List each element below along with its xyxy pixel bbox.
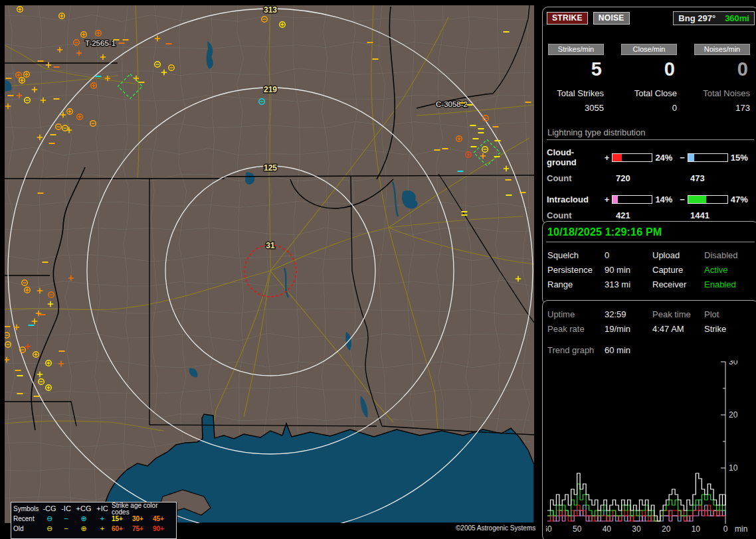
close-per-min-button[interactable]: Close/min [621,44,677,55]
plus-sign: + [603,153,611,163]
bearing-value: Bng 297° [678,13,715,23]
svg-text:60: 60 [546,524,552,534]
old-nic-icon: − [58,525,74,532]
svg-text:20: 20 [729,410,738,420]
age-15: 15+ [112,516,132,522]
range-label: Range [547,279,605,289]
range-value: 313 mi [605,279,652,289]
cloud-ground-count-row: Count 720 473 [547,173,754,183]
intracloud-label: Intracloud [547,194,603,204]
recent-pcg-icon: ⊕ [74,515,93,522]
total-noises-value: 173 [694,103,750,113]
distribution-title: Lightning type distribution [547,127,754,140]
copyright-text: ©2005 Astrogenic Systems [456,524,535,532]
counters-panel: STRIKE NOISE Bng 297°360mi Strikes/min C… [542,7,756,224]
old-ncg-icon: ⊖ [41,525,58,532]
ic-plus-count: 421 [616,210,690,220]
legend-header-symbols: Symbols [13,506,41,512]
old-pcg-icon: ⊕ [74,525,93,532]
bearing-range-display: Bng 297°360mi [673,11,755,25]
strikes-per-min-value: 5 [548,58,604,82]
age-60: 60+ [112,526,132,532]
svg-text:31: 31 [266,241,275,250]
range-value: 360mi [725,13,749,23]
persistence-value: 90 min [605,265,652,275]
svg-text:20: 20 [662,524,671,534]
age-30: 30+ [132,516,153,522]
svg-text:30: 30 [632,524,641,534]
svg-text:30: 30 [729,360,738,366]
svg-text:T-2565-1: T-2565-1 [85,39,116,47]
age-45: 45+ [153,516,173,522]
svg-text:10: 10 [692,524,701,534]
svg-text:C-3058-2: C-3058-2 [436,100,468,108]
legend-row-old-label: Old [13,526,41,532]
svg-text:0: 0 [723,524,728,534]
peak-rate-value: 19/min [605,324,652,334]
app-window: 313 219 125 31 T-2565-1 C-3058-2 Symbols… [0,0,756,539]
cg-plus-count: 720 [616,173,690,183]
peak-time-value: 4:47 AM [652,324,704,334]
cg-minus-pct: 15% [729,153,754,163]
total-noises-label: Total Noises [694,88,750,98]
map-canvas[interactable]: 313 219 125 31 T-2565-1 C-3058-2 [5,5,534,523]
strikes-per-min-button[interactable]: Strikes/min [548,44,604,55]
uptime-value: 32:59 [605,309,652,319]
map-legend: Symbols -CG -IC +CG +IC Strike age color… [11,502,177,539]
receiver-label: Receiver [652,279,704,289]
uptime-label: Uptime [547,309,605,319]
svg-text:313: 313 [264,5,277,15]
intracloud-count-row: Count 421 1441 [547,210,754,220]
legend-row-recent-label: Recent [13,516,41,522]
svg-text:125: 125 [264,163,277,173]
age-75: 75+ [132,526,153,532]
ic-minus-pct: 47% [729,194,754,204]
legend-header-pcg: +CG [74,505,93,512]
trend-chart: 1020306050403020100min [546,360,748,534]
datetime-display: 10/18/2025 1:29:16 PM [546,225,755,242]
count-label: Count [547,210,616,220]
squelch-value: 0 [605,250,652,260]
count-label: Count [547,173,616,183]
svg-text:min: min [735,524,747,534]
total-strikes-label: Total Strikes [548,88,604,98]
total-close-value: 0 [621,103,677,113]
close-per-min-value: 0 [621,58,677,82]
ic-minus-count: 1441 [690,210,709,220]
minus-sign: − [679,194,686,204]
upload-label: Upload [652,250,704,260]
peak-time-label: Peak time [652,309,704,319]
svg-text:219: 219 [264,85,277,94]
capture-status: Active [704,265,755,275]
squelch-label: Squelch [547,250,605,260]
recent-nic-icon: − [58,515,74,522]
recent-ncg-icon: ⊖ [41,515,58,522]
upload-status: Disabled [704,250,755,260]
trend-graph-period: 60 min [605,345,755,355]
strike-mode-button[interactable]: STRIKE [547,12,588,25]
cloud-ground-row: Cloud-ground + 24% − 15% [547,147,754,167]
trend-panel: Uptime 32:59 Peak time Plot Peak rate 19… [542,300,756,539]
svg-text:40: 40 [603,524,612,534]
intracloud-row: Intracloud + 14% − 47% [547,194,754,204]
old-pic-icon: + [93,525,112,532]
plot-type-value: Strike [704,324,755,334]
noises-per-min-value: 0 [694,58,750,82]
peak-rate-label: Peak rate [547,324,605,334]
capture-label: Capture [652,265,704,275]
persistence-label: Persistence [547,265,605,275]
legend-header-ncg: -CG [41,505,58,512]
legend-age-title: Strike age color codes [112,502,173,516]
cg-minus-count: 473 [690,173,705,183]
recent-pic-icon: + [93,515,112,522]
cg-plus-bar [612,153,652,162]
total-strikes-value: 3055 [548,103,604,113]
ic-minus-bar [688,195,728,204]
cloud-ground-label: Cloud-ground [547,147,603,167]
minus-sign: − [679,153,686,163]
legend-header-pic: +IC [93,505,112,512]
status-panel: 10/18/2025 1:29:16 PM Squelch 0 Upload D… [542,221,756,305]
noises-per-min-button[interactable]: Noises/min [694,44,750,55]
noise-mode-button[interactable]: NOISE [593,12,630,25]
lightning-map[interactable]: 313 219 125 31 T-2565-1 C-3058-2 [5,5,534,523]
